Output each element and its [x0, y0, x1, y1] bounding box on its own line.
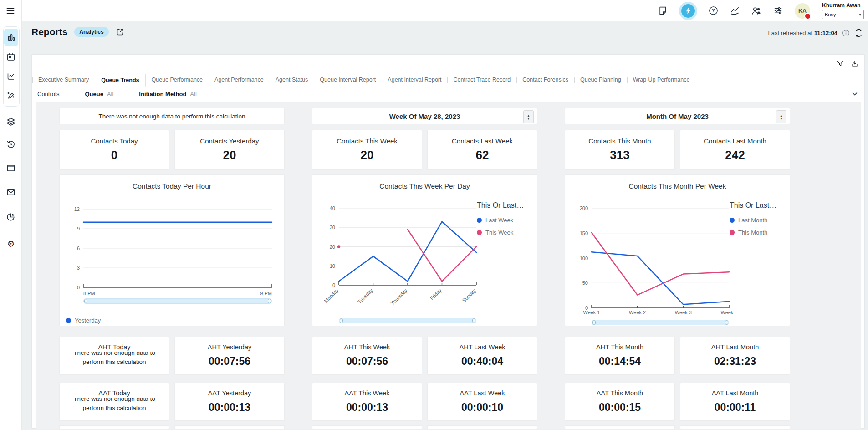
metric-title: AHT Last Month [680, 343, 790, 351]
kpi-value: 313 [565, 148, 674, 162]
kpi-title: Contacts Last Month [680, 137, 790, 145]
svg-text:9 PM: 9 PM [260, 291, 272, 296]
panel-actions [837, 60, 858, 67]
aht-card: AHT TodayThere was not enough data to pe… [59, 337, 169, 375]
kpi-value: 242 [680, 148, 790, 162]
sidebar-item-annotate[interactable] [5, 89, 17, 102]
metric-title: AHT This Month [565, 343, 674, 351]
aat-card: AAT Yesterday00:00:13 [174, 383, 285, 421]
sidebar-item-calendar[interactable] [5, 51, 17, 63]
quick-actions-button[interactable] [681, 4, 695, 18]
report-panel: Executive SummaryQueue TrendsQueue Perfo… [31, 54, 865, 429]
tab-contact-forensics[interactable]: Contact Forensics [516, 74, 574, 87]
legend-item: Last Week [477, 217, 534, 224]
notes-icon[interactable] [658, 6, 668, 15]
chart-plot: 010203040MondayTuesdayThursdayFridaySund… [318, 196, 480, 308]
chart-x-scrollbar[interactable] [339, 318, 476, 323]
kpi-card: Contacts Today0 [59, 130, 169, 170]
metric-title: AAT Yesterday [175, 389, 284, 397]
lightning-icon [684, 7, 692, 15]
svg-text:100: 100 [580, 256, 588, 261]
tab-agent-performance[interactable]: Agent Performance [209, 74, 270, 87]
tab-agent-status[interactable]: Agent Status [270, 74, 314, 87]
topbar: ? KA Khurram Awan Busy ▾ [0, 0, 868, 21]
chart-x-scrollbar[interactable] [592, 320, 729, 325]
line-chart-icon [6, 72, 15, 81]
tab-wrap-up-performance[interactable]: Wrap-Up Performance [627, 74, 696, 87]
kpi-value: 20 [312, 148, 422, 162]
next-row-card-sliver [680, 425, 790, 429]
tab-queue-planning[interactable]: Queue Planning [574, 74, 627, 87]
metrics-icon[interactable] [730, 6, 740, 15]
kpi-value: 62 [428, 148, 537, 162]
filter-initiation-method[interactable]: Initiation Method All [139, 91, 196, 97]
chart-body: 010203040MondayTuesdayThursdayFridaySund… [318, 196, 535, 326]
tab-queue-performance[interactable]: Queue Performance [146, 74, 209, 87]
main-area: Reports Analytics Last refreshed at 11:1… [21, 21, 868, 430]
sidebar-item-settings[interactable]: ⚙ [5, 237, 17, 250]
metric-value: 00:00:15 [565, 401, 674, 414]
tab-queue-trends[interactable]: Queue Trends [95, 74, 145, 87]
help-icon[interactable]: ? [709, 6, 718, 15]
sidebar-item-dashboard[interactable] [4, 29, 18, 46]
tabs-row: Executive SummaryQueue TrendsQueue Perfo… [32, 74, 864, 87]
legend-dot [730, 218, 735, 223]
date-stepper[interactable]: ▲▼ [776, 110, 786, 123]
last-refreshed-time: 11:12:04 [814, 30, 837, 36]
chevron-down-icon: ▾ [859, 12, 861, 17]
external-link-icon [116, 28, 124, 36]
metric-title: AHT Yesterday [175, 343, 284, 351]
legend-dot [477, 218, 482, 223]
legend-item: This Week [477, 229, 534, 236]
chart-x-scrollbar[interactable] [83, 298, 272, 304]
sidebar-item-history[interactable] [5, 138, 17, 151]
svg-text:?: ? [712, 8, 715, 13]
svg-text:30: 30 [330, 225, 335, 230]
date-stepper[interactable]: ▲▼ [523, 110, 534, 123]
chart-body: 050100150200Week 1Week 2Week 3Week 4This… [571, 196, 788, 326]
tab-executive-summary[interactable]: Executive Summary [32, 74, 95, 87]
chart-card: Contacts This Week Per Day010203040Monda… [312, 174, 537, 326]
legend-dot [477, 230, 482, 235]
period-header-text: There was not enough data to perform thi… [99, 113, 245, 120]
stepper-down-icon: ▼ [527, 117, 530, 120]
gear-icon: ⚙ [7, 240, 15, 248]
export-button[interactable] [851, 60, 858, 67]
avatar[interactable]: KA [795, 3, 810, 19]
svg-text:Thursday: Thursday [390, 287, 408, 306]
layers-icon [6, 117, 15, 126]
collapse-chevron-button[interactable] [851, 90, 858, 97]
open-external-button[interactable] [116, 28, 124, 36]
info-icon[interactable] [842, 29, 850, 37]
chevron-down-icon [851, 90, 858, 97]
filter-queue[interactable]: Queue All [85, 91, 113, 97]
settings-sliders-icon[interactable] [773, 6, 783, 15]
sidebar-item-window[interactable] [5, 162, 17, 174]
svg-text:20: 20 [330, 244, 335, 250]
svg-text:12: 12 [74, 206, 80, 212]
svg-text:8 PM: 8 PM [83, 291, 95, 296]
metric-title: AAT Last Week [428, 389, 537, 397]
filter-button[interactable] [837, 60, 844, 67]
tab-contract-trace-record[interactable]: Contract Trace Record [447, 74, 516, 87]
agents-icon[interactable] [751, 6, 761, 15]
period-header-card: There was not enough data to perform thi… [59, 108, 285, 124]
hamburger-menu-button[interactable] [6, 6, 15, 15]
svg-text:Friday: Friday [429, 287, 443, 301]
sidebar-item-layers[interactable] [5, 115, 17, 128]
sidebar-item-reports[interactable] [5, 210, 17, 223]
refresh-button[interactable] [854, 29, 863, 37]
chart-card: Contacts This Month Per Week050100150200… [565, 174, 790, 326]
status-select[interactable]: Busy ▾ [822, 10, 864, 19]
kpi-title: Contacts This Month [565, 137, 674, 145]
legend-label: Last Week [485, 217, 513, 224]
chart-body: 0369128 PM9 PMYesterday [65, 196, 282, 326]
svg-text:10: 10 [330, 263, 335, 269]
controls-row: Controls Queue All Initiation Method All [32, 87, 864, 101]
sidebar-item-metrics[interactable] [5, 70, 17, 83]
metric-value: 00:40:04 [428, 355, 537, 368]
sidebar-item-email[interactable] [5, 186, 17, 199]
tab-queue-interval-report[interactable]: Queue Interval Report [314, 74, 382, 87]
tab-agent-interval-report[interactable]: Agent Interval Report [382, 74, 447, 87]
aat-card: AAT This Week00:00:13 [312, 383, 422, 421]
